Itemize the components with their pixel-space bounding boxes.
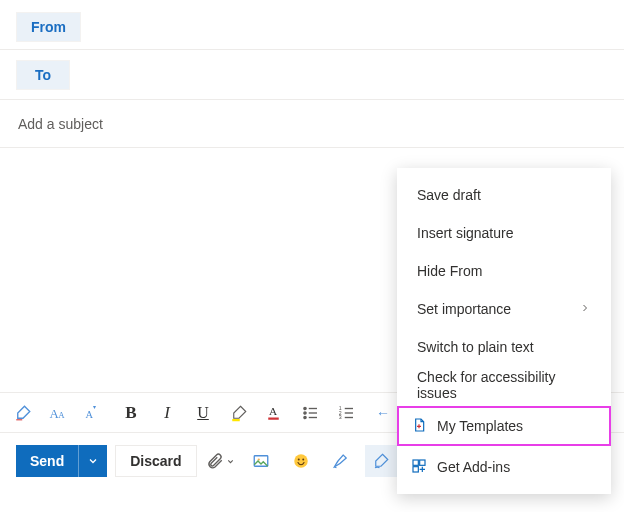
svg-rect-29 <box>413 466 418 471</box>
menu-hide-from[interactable]: Hide From <box>397 252 611 290</box>
send-label: Send <box>16 453 78 469</box>
menu-insert-signature[interactable]: Insert signature <box>397 214 611 252</box>
italic-icon[interactable]: I <box>152 398 182 428</box>
menu-set-importance-label: Set importance <box>417 301 511 317</box>
more-actions-menu: Save draft Insert signature Hide From Se… <box>397 168 611 494</box>
attach-file-button[interactable] <box>205 445 237 477</box>
highlight-icon[interactable] <box>224 398 254 428</box>
bullets-icon[interactable] <box>296 398 326 428</box>
svg-rect-27 <box>413 460 418 465</box>
svg-text:▾: ▾ <box>93 405 96 410</box>
numbering-icon[interactable]: 123 <box>332 398 362 428</box>
to-button[interactable]: To <box>16 60 70 90</box>
svg-point-11 <box>304 416 306 418</box>
addins-icon <box>411 458 427 477</box>
menu-switch-plain-text[interactable]: Switch to plain text <box>397 328 611 366</box>
format-painter-icon[interactable] <box>8 398 38 428</box>
svg-point-9 <box>304 411 306 413</box>
svg-text:A: A <box>85 408 93 419</box>
templates-icon <box>411 417 427 436</box>
to-row: To <box>0 50 624 100</box>
bold-icon[interactable]: B <box>116 398 146 428</box>
show-formatting-button[interactable] <box>365 445 397 477</box>
svg-rect-28 <box>420 460 425 465</box>
svg-text:3: 3 <box>339 414 342 420</box>
from-row: From <box>0 0 624 50</box>
svg-point-23 <box>302 459 304 461</box>
svg-text:A: A <box>58 409 65 419</box>
menu-get-addins[interactable]: Get Add-ins <box>397 448 611 486</box>
menu-set-importance[interactable]: Set importance <box>397 290 611 328</box>
menu-accessibility-check[interactable]: Check for accessibility issues <box>397 366 611 404</box>
subject-input[interactable] <box>16 115 608 133</box>
more-format-icon[interactable]: ← <box>368 398 398 428</box>
menu-get-addins-label: Get Add-ins <box>437 459 510 475</box>
discard-button[interactable]: Discard <box>115 445 196 477</box>
insert-picture-button[interactable] <box>245 445 277 477</box>
font-size-down-icon[interactable]: A▾ <box>80 398 110 428</box>
send-button[interactable]: Send <box>16 445 107 477</box>
svg-point-22 <box>297 459 299 461</box>
menu-my-templates[interactable]: My Templates <box>397 406 611 446</box>
svg-point-21 <box>294 454 308 468</box>
menu-my-templates-label: My Templates <box>437 418 523 434</box>
svg-text:A: A <box>269 405 278 417</box>
svg-rect-6 <box>268 417 279 419</box>
from-button[interactable]: From <box>16 12 81 42</box>
subject-row <box>0 100 624 148</box>
menu-save-draft[interactable]: Save draft <box>397 176 611 214</box>
font-color-icon[interactable]: A <box>260 398 290 428</box>
inking-button[interactable] <box>325 445 357 477</box>
send-chevron-icon[interactable] <box>79 455 107 467</box>
underline-icon[interactable]: U <box>188 398 218 428</box>
svg-rect-4 <box>232 419 240 421</box>
chevron-right-icon <box>579 301 591 317</box>
emoji-button[interactable] <box>285 445 317 477</box>
font-size-up-icon[interactable]: AA <box>44 398 74 428</box>
svg-point-7 <box>304 407 306 409</box>
